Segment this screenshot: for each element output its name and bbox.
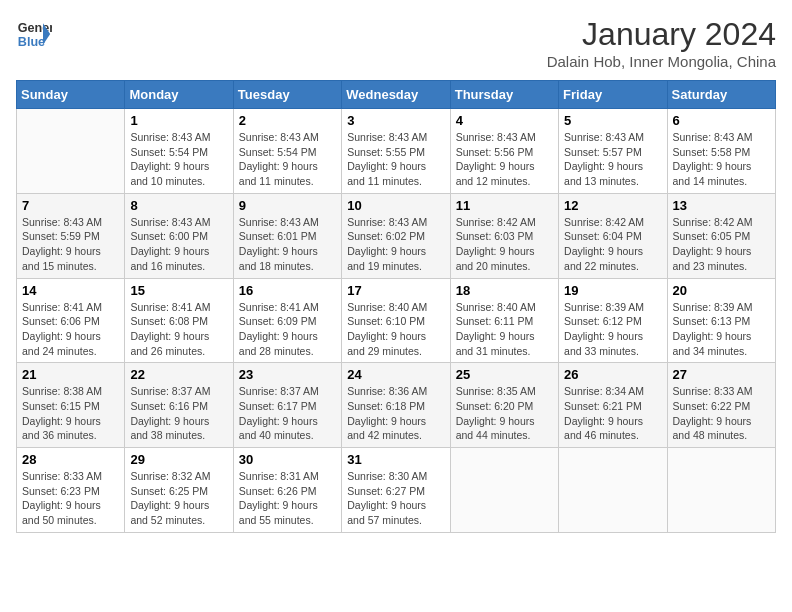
day-info: Sunrise: 8:43 AM Sunset: 6:02 PM Dayligh… xyxy=(347,215,444,274)
day-info: Sunrise: 8:37 AM Sunset: 6:17 PM Dayligh… xyxy=(239,384,336,443)
calendar-cell: 7Sunrise: 8:43 AM Sunset: 5:59 PM Daylig… xyxy=(17,193,125,278)
day-info: Sunrise: 8:32 AM Sunset: 6:25 PM Dayligh… xyxy=(130,469,227,528)
day-number: 17 xyxy=(347,283,444,298)
day-number: 14 xyxy=(22,283,119,298)
day-number: 7 xyxy=(22,198,119,213)
calendar-cell xyxy=(667,448,775,533)
subtitle: Dalain Hob, Inner Mongolia, China xyxy=(547,53,776,70)
calendar-cell: 30Sunrise: 8:31 AM Sunset: 6:26 PM Dayli… xyxy=(233,448,341,533)
calendar-cell: 2Sunrise: 8:43 AM Sunset: 5:54 PM Daylig… xyxy=(233,109,341,194)
calendar-cell: 8Sunrise: 8:43 AM Sunset: 6:00 PM Daylig… xyxy=(125,193,233,278)
day-number: 10 xyxy=(347,198,444,213)
day-number: 15 xyxy=(130,283,227,298)
day-number: 2 xyxy=(239,113,336,128)
day-header-thursday: Thursday xyxy=(450,81,558,109)
calendar-cell xyxy=(559,448,667,533)
day-header-monday: Monday xyxy=(125,81,233,109)
day-info: Sunrise: 8:42 AM Sunset: 6:04 PM Dayligh… xyxy=(564,215,661,274)
calendar-cell: 11Sunrise: 8:42 AM Sunset: 6:03 PM Dayli… xyxy=(450,193,558,278)
day-number: 9 xyxy=(239,198,336,213)
week-row-2: 7Sunrise: 8:43 AM Sunset: 5:59 PM Daylig… xyxy=(17,193,776,278)
day-info: Sunrise: 8:43 AM Sunset: 5:54 PM Dayligh… xyxy=(130,130,227,189)
calendar-cell: 5Sunrise: 8:43 AM Sunset: 5:57 PM Daylig… xyxy=(559,109,667,194)
day-header-tuesday: Tuesday xyxy=(233,81,341,109)
calendar-cell: 9Sunrise: 8:43 AM Sunset: 6:01 PM Daylig… xyxy=(233,193,341,278)
day-info: Sunrise: 8:43 AM Sunset: 5:54 PM Dayligh… xyxy=(239,130,336,189)
day-number: 12 xyxy=(564,198,661,213)
day-info: Sunrise: 8:41 AM Sunset: 6:09 PM Dayligh… xyxy=(239,300,336,359)
calendar-cell: 10Sunrise: 8:43 AM Sunset: 6:02 PM Dayli… xyxy=(342,193,450,278)
week-row-1: 1Sunrise: 8:43 AM Sunset: 5:54 PM Daylig… xyxy=(17,109,776,194)
day-info: Sunrise: 8:40 AM Sunset: 6:10 PM Dayligh… xyxy=(347,300,444,359)
day-number: 1 xyxy=(130,113,227,128)
day-info: Sunrise: 8:43 AM Sunset: 5:58 PM Dayligh… xyxy=(673,130,770,189)
calendar-cell: 4Sunrise: 8:43 AM Sunset: 5:56 PM Daylig… xyxy=(450,109,558,194)
title-area: January 2024 Dalain Hob, Inner Mongolia,… xyxy=(547,16,776,70)
day-info: Sunrise: 8:40 AM Sunset: 6:11 PM Dayligh… xyxy=(456,300,553,359)
day-header-wednesday: Wednesday xyxy=(342,81,450,109)
day-number: 19 xyxy=(564,283,661,298)
day-number: 13 xyxy=(673,198,770,213)
day-info: Sunrise: 8:33 AM Sunset: 6:22 PM Dayligh… xyxy=(673,384,770,443)
calendar-cell: 17Sunrise: 8:40 AM Sunset: 6:10 PM Dayli… xyxy=(342,278,450,363)
calendar-cell: 13Sunrise: 8:42 AM Sunset: 6:05 PM Dayli… xyxy=(667,193,775,278)
day-number: 8 xyxy=(130,198,227,213)
day-info: Sunrise: 8:36 AM Sunset: 6:18 PM Dayligh… xyxy=(347,384,444,443)
calendar-cell: 16Sunrise: 8:41 AM Sunset: 6:09 PM Dayli… xyxy=(233,278,341,363)
calendar-cell: 20Sunrise: 8:39 AM Sunset: 6:13 PM Dayli… xyxy=(667,278,775,363)
day-number: 6 xyxy=(673,113,770,128)
day-number: 30 xyxy=(239,452,336,467)
day-info: Sunrise: 8:43 AM Sunset: 6:00 PM Dayligh… xyxy=(130,215,227,274)
day-number: 28 xyxy=(22,452,119,467)
day-info: Sunrise: 8:37 AM Sunset: 6:16 PM Dayligh… xyxy=(130,384,227,443)
calendar-cell: 28Sunrise: 8:33 AM Sunset: 6:23 PM Dayli… xyxy=(17,448,125,533)
calendar-cell: 6Sunrise: 8:43 AM Sunset: 5:58 PM Daylig… xyxy=(667,109,775,194)
day-info: Sunrise: 8:43 AM Sunset: 6:01 PM Dayligh… xyxy=(239,215,336,274)
calendar-cell: 29Sunrise: 8:32 AM Sunset: 6:25 PM Dayli… xyxy=(125,448,233,533)
calendar-cell: 21Sunrise: 8:38 AM Sunset: 6:15 PM Dayli… xyxy=(17,363,125,448)
day-headers-row: SundayMondayTuesdayWednesdayThursdayFrid… xyxy=(17,81,776,109)
calendar-table: SundayMondayTuesdayWednesdayThursdayFrid… xyxy=(16,80,776,533)
header: General Blue January 2024 Dalain Hob, In… xyxy=(16,16,776,70)
calendar-cell: 12Sunrise: 8:42 AM Sunset: 6:04 PM Dayli… xyxy=(559,193,667,278)
main-title: January 2024 xyxy=(547,16,776,53)
calendar-cell: 1Sunrise: 8:43 AM Sunset: 5:54 PM Daylig… xyxy=(125,109,233,194)
day-header-saturday: Saturday xyxy=(667,81,775,109)
day-number: 20 xyxy=(673,283,770,298)
day-number: 5 xyxy=(564,113,661,128)
calendar-cell: 31Sunrise: 8:30 AM Sunset: 6:27 PM Dayli… xyxy=(342,448,450,533)
day-info: Sunrise: 8:41 AM Sunset: 6:08 PM Dayligh… xyxy=(130,300,227,359)
day-number: 26 xyxy=(564,367,661,382)
week-row-3: 14Sunrise: 8:41 AM Sunset: 6:06 PM Dayli… xyxy=(17,278,776,363)
calendar-cell xyxy=(450,448,558,533)
day-number: 16 xyxy=(239,283,336,298)
week-row-5: 28Sunrise: 8:33 AM Sunset: 6:23 PM Dayli… xyxy=(17,448,776,533)
day-info: Sunrise: 8:43 AM Sunset: 5:55 PM Dayligh… xyxy=(347,130,444,189)
day-number: 22 xyxy=(130,367,227,382)
day-number: 18 xyxy=(456,283,553,298)
day-info: Sunrise: 8:38 AM Sunset: 6:15 PM Dayligh… xyxy=(22,384,119,443)
day-info: Sunrise: 8:43 AM Sunset: 5:59 PM Dayligh… xyxy=(22,215,119,274)
day-info: Sunrise: 8:31 AM Sunset: 6:26 PM Dayligh… xyxy=(239,469,336,528)
day-info: Sunrise: 8:39 AM Sunset: 6:12 PM Dayligh… xyxy=(564,300,661,359)
day-number: 4 xyxy=(456,113,553,128)
day-number: 11 xyxy=(456,198,553,213)
day-number: 21 xyxy=(22,367,119,382)
day-info: Sunrise: 8:39 AM Sunset: 6:13 PM Dayligh… xyxy=(673,300,770,359)
day-info: Sunrise: 8:42 AM Sunset: 6:05 PM Dayligh… xyxy=(673,215,770,274)
day-info: Sunrise: 8:35 AM Sunset: 6:20 PM Dayligh… xyxy=(456,384,553,443)
day-number: 25 xyxy=(456,367,553,382)
logo: General Blue xyxy=(16,16,52,52)
calendar-cell: 18Sunrise: 8:40 AM Sunset: 6:11 PM Dayli… xyxy=(450,278,558,363)
calendar-cell: 14Sunrise: 8:41 AM Sunset: 6:06 PM Dayli… xyxy=(17,278,125,363)
svg-text:Blue: Blue xyxy=(18,35,45,49)
calendar-cell: 19Sunrise: 8:39 AM Sunset: 6:12 PM Dayli… xyxy=(559,278,667,363)
day-info: Sunrise: 8:33 AM Sunset: 6:23 PM Dayligh… xyxy=(22,469,119,528)
day-number: 24 xyxy=(347,367,444,382)
day-info: Sunrise: 8:42 AM Sunset: 6:03 PM Dayligh… xyxy=(456,215,553,274)
day-info: Sunrise: 8:43 AM Sunset: 5:57 PM Dayligh… xyxy=(564,130,661,189)
week-row-4: 21Sunrise: 8:38 AM Sunset: 6:15 PM Dayli… xyxy=(17,363,776,448)
day-number: 29 xyxy=(130,452,227,467)
day-number: 27 xyxy=(673,367,770,382)
calendar-cell: 24Sunrise: 8:36 AM Sunset: 6:18 PM Dayli… xyxy=(342,363,450,448)
